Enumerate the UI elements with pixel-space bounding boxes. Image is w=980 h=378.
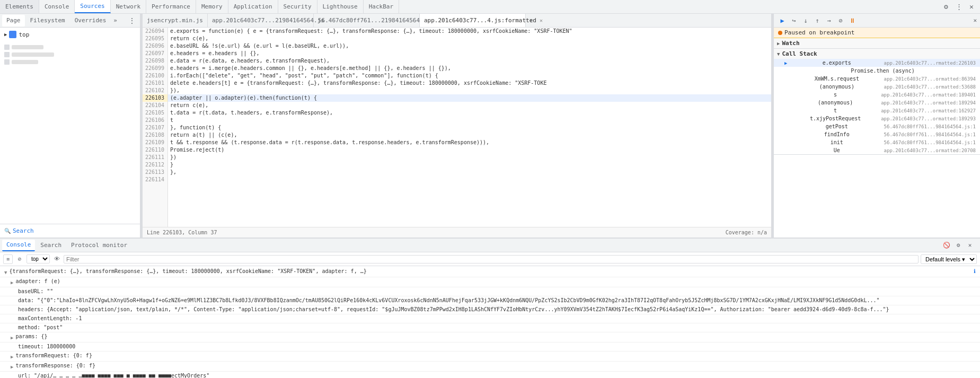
- callstack-item[interactable]: Promise.then (async): [774, 67, 980, 75]
- toggle-icon[interactable]: ▶: [11, 353, 13, 361]
- code-line[interactable]: delete e.headers[t] e = {transformReques…: [168, 80, 771, 87]
- line-number[interactable]: 226094: [143, 28, 167, 35]
- code-line[interactable]: (e.adapter || o.adapter)(e).then(functio…: [168, 94, 771, 102]
- line-number[interactable]: 226099: [143, 65, 167, 72]
- tab-sources[interactable]: Sources: [75, 0, 110, 13]
- console-entry[interactable]: maxContentLength: -1: [0, 314, 980, 323]
- callstack-item[interactable]: (anonymous) app.201c6403c77...ormatted:1…: [774, 99, 980, 107]
- step-into-btn[interactable]: ↓: [800, 15, 811, 26]
- file-tab-formatted[interactable]: app.201c6403c77...4.js:formatted ✕: [420, 14, 526, 27]
- tab-network[interactable]: Network: [111, 0, 146, 13]
- line-number[interactable]: 226095: [143, 35, 167, 42]
- file-tab-app1[interactable]: app.201c6403c77...21984164564.js: [208, 14, 314, 27]
- code-line[interactable]: e.baseURL && !s(e.url) && (e.url = l(e.b…: [168, 42, 771, 50]
- line-number[interactable]: 226107: [143, 124, 167, 131]
- console-entry[interactable]: ▶transformResponse: {0: f}: [0, 362, 980, 372]
- console-tab-protocol[interactable]: Protocol monitor: [67, 240, 131, 251]
- close-icon[interactable]: ✕: [966, 2, 977, 12]
- code-content[interactable]: e.exports = function(e) { e = {transform…: [168, 28, 771, 227]
- step-over-btn[interactable]: ↪: [789, 15, 799, 26]
- callstack-item[interactable]: findInfo 56.467dc80ff761...984164564.js:…: [774, 130, 980, 138]
- tab-console[interactable]: Console: [39, 0, 75, 13]
- line-number[interactable]: 226098: [143, 57, 167, 65]
- console-filter-input[interactable]: [64, 255, 919, 263]
- console-entry[interactable]: ▼{transformRequest: {…}, transformRespon…: [0, 267, 980, 277]
- callstack-item[interactable]: s app.201c6403c77...ormatted:189401: [774, 91, 980, 99]
- panel-tab-filesystem[interactable]: Filesystem: [26, 15, 69, 27]
- code-line[interactable]: }): [168, 154, 771, 161]
- console-context-select[interactable]: top: [27, 254, 50, 263]
- search-label[interactable]: Search: [13, 227, 34, 234]
- settings-icon[interactable]: ⚙: [941, 2, 951, 12]
- callstack-item[interactable]: getPost 56.467dc80ff761...984164564.js:1: [774, 122, 980, 130]
- code-line[interactable]: }, function(t) {: [168, 124, 771, 131]
- line-number[interactable]: 226101: [143, 80, 167, 87]
- file-tab-56[interactable]: 56.467dc80ff761...21984164564.js: [314, 14, 420, 27]
- console-clear2-btn[interactable]: ⊘: [15, 254, 24, 264]
- file-tab-scroll[interactable]: ›: [526, 17, 536, 24]
- resume-btn[interactable]: ▶: [777, 15, 788, 26]
- line-number[interactable]: 226113: [143, 169, 167, 176]
- console-eye-icon[interactable]: 👁: [52, 254, 61, 264]
- line-number[interactable]: 226106: [143, 117, 167, 124]
- tab-elements[interactable]: Elements: [0, 0, 39, 13]
- console-tab-search[interactable]: Search: [36, 240, 66, 251]
- code-line[interactable]: Promise.reject(t): [168, 146, 771, 154]
- console-entry[interactable]: ▶adapter: f (e): [0, 277, 980, 287]
- tab-lighthouse[interactable]: Lighthouse: [317, 0, 364, 13]
- code-line[interactable]: e.headers = e.headers || {},: [168, 50, 771, 57]
- console-clear-btn[interactable]: 🚫: [942, 241, 951, 250]
- code-line[interactable]: e.exports = function(e) { e = {transform…: [168, 28, 771, 35]
- line-number[interactable]: 226110: [143, 146, 167, 154]
- line-number[interactable]: 226104: [143, 102, 167, 109]
- console-entry[interactable]: headers: {Accept: "application/json, tex…: [0, 305, 980, 314]
- code-line[interactable]: },: [168, 169, 771, 176]
- tab-hackbar[interactable]: HackBar: [364, 0, 399, 13]
- callstack-item[interactable]: Ue app.201c6403c77...ormatted:20708: [774, 146, 980, 154]
- tab-memory[interactable]: Memory: [196, 0, 228, 13]
- code-line[interactable]: e.data = r(e.data, e.headers, e.transfor…: [168, 57, 771, 65]
- callstack-item[interactable]: XmWM.s.request app.201c6403c77...ormatte…: [774, 75, 980, 83]
- line-number[interactable]: 226102: [143, 87, 167, 94]
- line-number[interactable]: 226108: [143, 131, 167, 139]
- step-btn[interactable]: →: [824, 15, 834, 26]
- console-tab-console[interactable]: Console: [2, 240, 35, 251]
- callstack-item[interactable]: ▶ e.exports app.201c6403c77...rmatted:22…: [774, 59, 980, 67]
- more-icon[interactable]: ⋮: [953, 2, 964, 12]
- code-line[interactable]: return c(e),: [168, 102, 771, 109]
- callstack-item[interactable]: (anonymous) app.201c6403c77...ormatted:5…: [774, 83, 980, 91]
- panel-tab-overrides[interactable]: Overrides: [70, 15, 111, 27]
- toggle-icon[interactable]: ▶: [11, 334, 13, 341]
- code-line[interactable]: e.headers = i.merge(e.headers.common || …: [168, 65, 771, 72]
- toggle-icon[interactable]: ▼: [4, 269, 7, 276]
- line-number[interactable]: 226114: [143, 176, 167, 183]
- file-tree-item[interactable]: ▶ top: [0, 30, 140, 39]
- close-panel-btn[interactable]: ✕: [973, 17, 977, 24]
- close-console-btn[interactable]: ✕: [965, 241, 975, 250]
- console-entry[interactable]: timeout: 180000000: [0, 342, 980, 351]
- step-out-btn[interactable]: ↑: [812, 15, 823, 26]
- line-number[interactable]: 226097: [143, 50, 167, 57]
- toggle-icon[interactable]: ▶: [11, 279, 13, 286]
- line-number[interactable]: 226103: [143, 94, 167, 102]
- code-line[interactable]: return a(t) || (c(e),: [168, 131, 771, 139]
- code-line[interactable]: }),: [168, 87, 771, 94]
- panel-tab-more[interactable]: »: [111, 17, 119, 24]
- tab-security[interactable]: Security: [278, 0, 317, 13]
- tab-application[interactable]: Application: [228, 0, 278, 13]
- console-toggle-btn[interactable]: ≡: [3, 254, 13, 264]
- line-number[interactable]: 226105: [143, 109, 167, 117]
- code-line[interactable]: }: [168, 161, 771, 169]
- code-line[interactable]: t.data = r(t.data, t.headers, e.transfor…: [168, 109, 771, 117]
- line-number[interactable]: 226100: [143, 72, 167, 80]
- line-number[interactable]: 226111: [143, 154, 167, 161]
- console-entry[interactable]: method: "post": [0, 323, 980, 332]
- code-line[interactable]: [168, 176, 771, 183]
- console-entry[interactable]: ▶params: {}: [0, 332, 980, 342]
- callstack-item[interactable]: init 56.467dc80ff761...984164564.js:1: [774, 138, 980, 146]
- code-line[interactable]: return c(e),: [168, 35, 771, 42]
- console-entry[interactable]: data: "{"0":"LhaIo+8lnZFCVgwLhXnyU5oR+Ha…: [0, 296, 980, 305]
- watch-header[interactable]: ▶ Watch: [774, 38, 980, 48]
- code-line[interactable]: t && t.response && (t.response.data = r(…: [168, 139, 771, 146]
- code-line[interactable]: t: [168, 117, 771, 124]
